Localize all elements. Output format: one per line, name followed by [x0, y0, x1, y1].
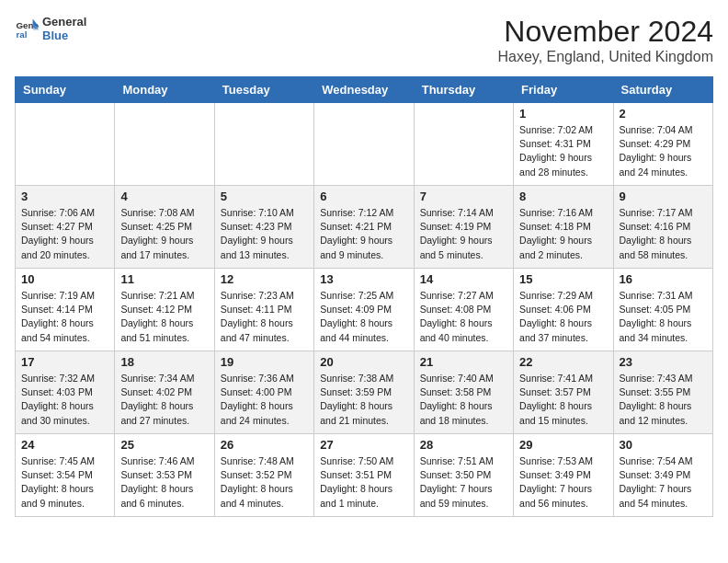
- day-cell: 16Sunrise: 7:31 AMSunset: 4:05 PMDayligh…: [613, 269, 712, 351]
- day-number: 8: [519, 190, 607, 203]
- day-cell: 10Sunrise: 7:19 AMSunset: 4:14 PMDayligh…: [16, 269, 115, 351]
- day-info: Sunrise: 7:48 AMSunset: 3:52 PMDaylight:…: [221, 454, 308, 511]
- week-row-1: 1Sunrise: 7:02 AMSunset: 4:31 PMDaylight…: [16, 103, 713, 186]
- day-number: 25: [120, 438, 208, 452]
- header-row: SundayMondayTuesdayWednesdayThursdayFrid…: [16, 77, 713, 103]
- day-number: 27: [320, 438, 407, 452]
- day-info: Sunrise: 7:04 AMSunset: 4:29 PMDaylight:…: [620, 123, 707, 179]
- day-info: Sunrise: 7:50 AMSunset: 3:51 PMDaylight:…: [320, 454, 407, 511]
- day-number: 1: [519, 107, 607, 121]
- day-cell: 1Sunrise: 7:02 AMSunset: 4:31 PMDaylight…: [514, 103, 613, 186]
- day-info: Sunrise: 7:06 AMSunset: 4:27 PMDaylight:…: [21, 206, 108, 262]
- day-cell: 4Sunrise: 7:08 AMSunset: 4:25 PMDaylight…: [115, 186, 214, 269]
- day-cell: 30Sunrise: 7:54 AMSunset: 3:49 PMDayligh…: [613, 434, 712, 517]
- day-number: 11: [120, 272, 208, 286]
- logo: Gene ral General Blue: [15, 15, 86, 42]
- header: Gene ral General Blue November 2024 Haxe…: [15, 15, 713, 65]
- location-title: Haxey, England, United Kingdom: [497, 49, 713, 65]
- day-cell: [314, 103, 414, 186]
- day-info: Sunrise: 7:08 AMSunset: 4:25 PMDaylight:…: [120, 206, 208, 262]
- day-info: Sunrise: 7:16 AMSunset: 4:18 PMDaylight:…: [519, 206, 607, 262]
- day-info: Sunrise: 7:32 AMSunset: 4:03 PMDaylight:…: [21, 372, 108, 428]
- title-area: November 2024 Haxey, England, United Kin…: [497, 15, 713, 65]
- day-info: Sunrise: 7:25 AMSunset: 4:09 PMDaylight:…: [320, 289, 407, 345]
- day-info: Sunrise: 7:45 AMSunset: 3:54 PMDaylight:…: [21, 454, 108, 511]
- day-cell: 29Sunrise: 7:53 AMSunset: 3:49 PMDayligh…: [514, 434, 613, 517]
- day-info: Sunrise: 7:34 AMSunset: 4:02 PMDaylight:…: [120, 372, 208, 428]
- day-info: Sunrise: 7:17 AMSunset: 4:16 PMDaylight:…: [620, 206, 707, 262]
- day-cell: 5Sunrise: 7:10 AMSunset: 4:23 PMDaylight…: [214, 186, 313, 269]
- logo-general-text: General: [42, 15, 86, 29]
- day-number: 20: [320, 355, 407, 369]
- day-info: Sunrise: 7:29 AMSunset: 4:06 PMDaylight:…: [519, 289, 607, 345]
- day-info: Sunrise: 7:51 AMSunset: 3:50 PMDaylight:…: [420, 454, 507, 511]
- logo-icon: Gene ral: [15, 16, 40, 41]
- day-info: Sunrise: 7:54 AMSunset: 3:49 PMDaylight:…: [620, 454, 707, 511]
- header-cell-monday: Monday: [115, 77, 214, 103]
- day-number: 4: [120, 190, 208, 203]
- header-cell-thursday: Thursday: [414, 77, 513, 103]
- day-cell: 14Sunrise: 7:27 AMSunset: 4:08 PMDayligh…: [414, 269, 513, 351]
- week-row-3: 10Sunrise: 7:19 AMSunset: 4:14 PMDayligh…: [16, 269, 713, 351]
- day-cell: 24Sunrise: 7:45 AMSunset: 3:54 PMDayligh…: [16, 434, 115, 517]
- day-cell: [214, 103, 313, 186]
- day-number: 30: [620, 438, 707, 452]
- logo-blue-text: Blue: [42, 29, 86, 42]
- day-cell: 2Sunrise: 7:04 AMSunset: 4:29 PMDaylight…: [613, 103, 712, 186]
- day-cell: 19Sunrise: 7:36 AMSunset: 4:00 PMDayligh…: [214, 351, 313, 434]
- day-number: 10: [21, 272, 108, 286]
- week-row-5: 24Sunrise: 7:45 AMSunset: 3:54 PMDayligh…: [16, 434, 713, 517]
- header-cell-friday: Friday: [514, 77, 613, 103]
- day-info: Sunrise: 7:02 AMSunset: 4:31 PMDaylight:…: [519, 123, 607, 179]
- day-number: 2: [620, 107, 707, 121]
- day-number: 29: [519, 438, 607, 452]
- day-cell: 27Sunrise: 7:50 AMSunset: 3:51 PMDayligh…: [314, 434, 414, 517]
- day-info: Sunrise: 7:10 AMSunset: 4:23 PMDaylight:…: [221, 206, 308, 262]
- day-number: 26: [221, 438, 308, 452]
- day-info: Sunrise: 7:19 AMSunset: 4:14 PMDaylight:…: [21, 289, 108, 345]
- day-info: Sunrise: 7:53 AMSunset: 3:49 PMDaylight:…: [519, 454, 607, 511]
- day-number: 6: [320, 190, 407, 203]
- day-cell: 25Sunrise: 7:46 AMSunset: 3:53 PMDayligh…: [115, 434, 214, 517]
- day-cell: 8Sunrise: 7:16 AMSunset: 4:18 PMDaylight…: [514, 186, 613, 269]
- day-cell: 21Sunrise: 7:40 AMSunset: 3:58 PMDayligh…: [414, 351, 513, 434]
- day-cell: 9Sunrise: 7:17 AMSunset: 4:16 PMDaylight…: [613, 186, 712, 269]
- day-number: 7: [420, 190, 507, 203]
- day-number: 23: [620, 355, 707, 369]
- day-number: 21: [420, 355, 507, 369]
- day-cell: 17Sunrise: 7:32 AMSunset: 4:03 PMDayligh…: [16, 351, 115, 434]
- day-number: 18: [120, 355, 208, 369]
- header-cell-sunday: Sunday: [16, 77, 115, 103]
- header-cell-wednesday: Wednesday: [314, 77, 414, 103]
- day-number: 19: [221, 355, 308, 369]
- day-info: Sunrise: 7:40 AMSunset: 3:58 PMDaylight:…: [420, 372, 507, 428]
- day-info: Sunrise: 7:14 AMSunset: 4:19 PMDaylight:…: [420, 206, 507, 262]
- day-cell: [16, 103, 115, 186]
- day-cell: 18Sunrise: 7:34 AMSunset: 4:02 PMDayligh…: [115, 351, 214, 434]
- day-number: 16: [620, 272, 707, 286]
- day-number: 24: [21, 438, 108, 452]
- day-cell: [414, 103, 513, 186]
- header-cell-tuesday: Tuesday: [214, 77, 313, 103]
- day-cell: 12Sunrise: 7:23 AMSunset: 4:11 PMDayligh…: [214, 269, 313, 351]
- day-number: 22: [519, 355, 607, 369]
- month-title: November 2024: [497, 15, 713, 49]
- day-cell: [115, 103, 214, 186]
- day-info: Sunrise: 7:38 AMSunset: 3:59 PMDaylight:…: [320, 372, 407, 428]
- day-cell: 26Sunrise: 7:48 AMSunset: 3:52 PMDayligh…: [214, 434, 313, 517]
- day-number: 9: [620, 190, 707, 203]
- day-number: 12: [221, 272, 308, 286]
- week-row-2: 3Sunrise: 7:06 AMSunset: 4:27 PMDaylight…: [16, 186, 713, 269]
- day-info: Sunrise: 7:12 AMSunset: 4:21 PMDaylight:…: [320, 206, 407, 262]
- day-info: Sunrise: 7:43 AMSunset: 3:55 PMDaylight:…: [620, 372, 707, 428]
- logo-text: General Blue: [42, 15, 86, 42]
- day-info: Sunrise: 7:36 AMSunset: 4:00 PMDaylight:…: [221, 372, 308, 428]
- day-cell: 23Sunrise: 7:43 AMSunset: 3:55 PMDayligh…: [613, 351, 712, 434]
- day-cell: 20Sunrise: 7:38 AMSunset: 3:59 PMDayligh…: [314, 351, 414, 434]
- day-number: 14: [420, 272, 507, 286]
- day-cell: 28Sunrise: 7:51 AMSunset: 3:50 PMDayligh…: [414, 434, 513, 517]
- day-info: Sunrise: 7:46 AMSunset: 3:53 PMDaylight:…: [120, 454, 208, 511]
- day-info: Sunrise: 7:27 AMSunset: 4:08 PMDaylight:…: [420, 289, 507, 345]
- day-cell: 7Sunrise: 7:14 AMSunset: 4:19 PMDaylight…: [414, 186, 513, 269]
- day-number: 5: [221, 190, 308, 203]
